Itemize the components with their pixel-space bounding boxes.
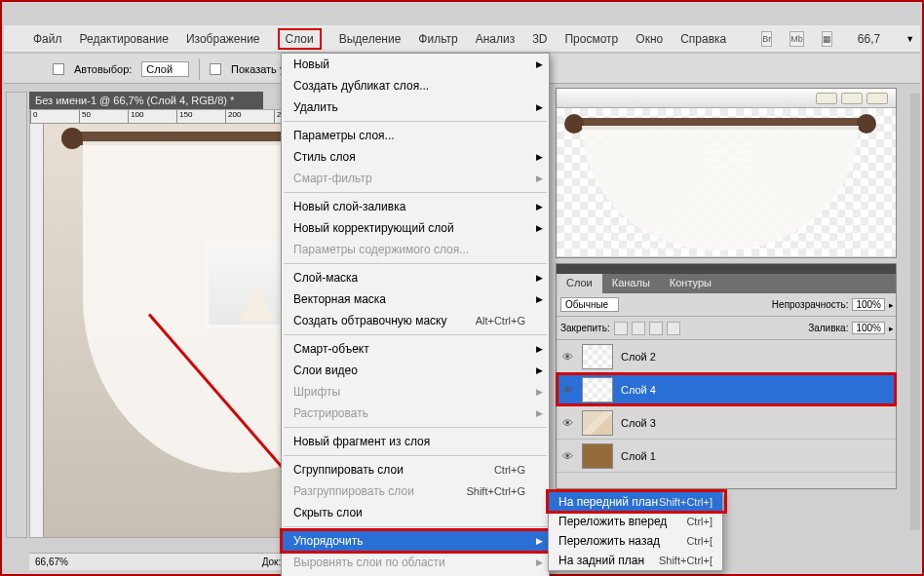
menu-view[interactable]: Просмотр [564,32,618,46]
menu-item[interactable]: Новый корректирующий слой▶ [282,217,549,239]
lock-move-icon[interactable] [649,322,663,335]
visibility-eye-icon[interactable]: 👁 [557,450,578,462]
menu-item[interactable]: Новый слой-заливка▶ [282,196,549,217]
menu-item: Разгруппировать слоиShift+Ctrl+G [282,480,549,502]
menu-item[interactable]: Скрыть слои [282,502,549,523]
opacity-value[interactable]: 100% [852,298,885,311]
menu-item[interactable]: Создать дубликат слоя... [282,75,549,96]
layer-thumbnail[interactable] [582,443,613,469]
menu-filter[interactable]: Фильтр [418,32,457,46]
minimize-button[interactable] [816,93,837,104]
auto-select-checkbox[interactable] [53,63,64,75]
chevron-right-icon[interactable]: ▸ [889,300,894,310]
tab-channels[interactable]: Каналы [602,274,660,293]
layer-row[interactable]: 👁Слой 2 [557,340,896,373]
zoom-display[interactable]: 66,7 [858,32,880,46]
layer-name: Слой 2 [621,351,656,363]
layer-row[interactable]: 👁Слой 4 [557,373,896,406]
menu-item[interactable]: Слои видео▶ [282,360,549,381]
menu-item: Выровнять слои по области▶ [282,552,549,573]
menu-item[interactable]: Параметры слоя... [282,125,549,146]
menu-analysis[interactable]: Анализ [476,32,516,46]
menu-layers[interactable]: Слои [278,28,322,50]
panel-grip[interactable] [557,264,896,274]
ruler-vertical [30,124,44,537]
mini-bridge-icon[interactable]: Mb [789,31,804,47]
menu-window[interactable]: Окно [635,32,663,46]
chevron-down-icon[interactable]: ▼ [905,34,914,44]
lock-label: Закрепить: [560,323,610,333]
bridge-icon[interactable]: Br [761,31,772,47]
document-tab[interactable]: Без имени-1 @ 66,7% (Слой 4, RGB/8) * [29,92,263,109]
lock-all-icon[interactable] [667,322,680,335]
submenu-item[interactable]: Переложить впередCtrl+] [549,512,722,531]
preview-titlebar [557,89,896,108]
menu-item[interactable]: Слой-маска▶ [282,267,549,288]
menu-item: Растрировать▶ [282,403,549,424]
fill-value[interactable]: 100% [852,322,885,334]
visibility-eye-icon[interactable]: 👁 [557,417,578,429]
menu-item[interactable]: Новый▶ [282,54,549,75]
close-button[interactable] [866,93,888,104]
menu-3d[interactable]: 3D [532,32,547,46]
tab-paths[interactable]: Контуры [660,274,721,293]
layer-name: Слой 1 [621,450,656,462]
chevron-right-icon[interactable]: ▸ [889,324,894,333]
status-zoom[interactable]: 66,67% [29,557,97,567]
main-menubar: Файл Редактирование Изображение Слои Выд… [4,25,920,53]
arrange-submenu: На передний планShift+Ctrl+]Переложить в… [548,491,723,571]
menu-item[interactable]: Удалить▶ [282,96,549,118]
menu-help[interactable]: Справка [680,32,726,46]
right-panel-dock [910,94,920,530]
lock-pixels-icon[interactable] [614,322,628,335]
lock-brush-icon[interactable] [632,322,645,335]
show-controls-checkbox[interactable] [210,63,221,75]
visibility-eye-icon[interactable]: 👁 [557,351,578,363]
layers-panel: Слои Каналы Контуры Обычные Непрозрачнос… [556,263,897,489]
auto-select-label: Автовыбор: [74,63,132,75]
tab-layers[interactable]: Слои [557,274,602,293]
panel-tabs: Слои Каналы Контуры [557,274,896,293]
menu-item[interactable]: Смарт-объект▶ [282,338,549,360]
menu-item: Смарт-фильтр▶ [282,168,549,189]
menu-item[interactable]: Сгруппировать слоиCtrl+G [282,459,549,480]
maximize-button[interactable] [841,93,863,104]
layer-name: Слой 3 [621,417,656,429]
blend-mode-dropdown[interactable]: Обычные [560,297,619,312]
submenu-item[interactable]: На передний планShift+Ctrl+] [549,492,722,512]
opacity-label: Непрозрачность: [772,299,849,310]
menu-edit[interactable]: Редактирование [80,32,169,46]
menu-item[interactable]: Стиль слоя▶ [282,146,549,168]
auto-select-mode-dropdown[interactable]: Слой [141,61,189,77]
navigator-preview-window [556,88,897,258]
menu-item: Параметры содержимого слоя... [282,239,549,260]
menu-item: Шрифты▶ [282,381,549,403]
menu-file[interactable]: Файл [33,32,62,46]
preview-body [557,108,896,256]
layer-row[interactable]: 👁Слой 1 [557,440,896,473]
layer-thumbnail[interactable] [582,344,613,369]
menu-item[interactable]: Создать обтравочную маскуAlt+Ctrl+G [282,310,549,331]
menu-image[interactable]: Изображение [186,32,260,46]
menu-item[interactable]: Упорядочить▶ [282,530,549,552]
menu-item[interactable]: Новый фрагмент из слоя [282,431,549,452]
menu-item[interactable]: Векторная маска▶ [282,288,549,310]
layer-thumbnail[interactable] [582,410,613,436]
fill-label: Заливка: [808,323,848,333]
submenu-item[interactable]: Переложить назадCtrl+[ [549,531,722,551]
layer-row[interactable]: 👁Слой 3 [557,406,896,440]
menu-select[interactable]: Выделение [339,32,402,46]
submenu-item[interactable]: На задний планShift+Ctrl+[ [549,551,722,570]
tools-panel[interactable] [6,92,27,538]
layers-menu-dropdown: Новый▶Создать дубликат слоя...Удалить▶Па… [281,53,550,576]
preview-curtain [582,126,859,250]
extras-icon[interactable]: ▦ [822,31,832,47]
